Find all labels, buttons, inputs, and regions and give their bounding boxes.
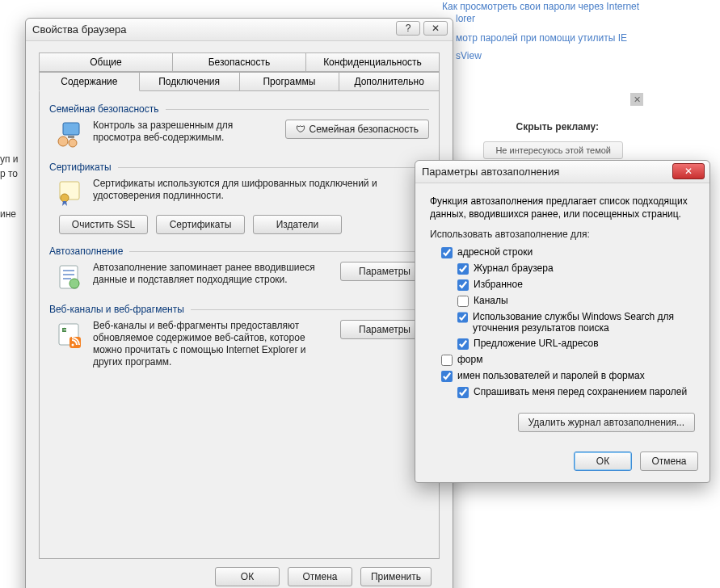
tab-privacy[interactable]: Конфиденциальность	[305, 52, 440, 72]
tab-advanced[interactable]: Дополнительно	[339, 72, 440, 91]
svg-point-13	[72, 344, 74, 346]
bg-link-1[interactable]: Как просмотреть свои пароли через Intern…	[442, 1, 639, 12]
tab-panel-content: Семейная безопасность Контроль за разреш…	[39, 90, 440, 559]
dialog-title: Свойства браузера	[32, 23, 126, 36]
checkbox-asksave[interactable]	[457, 387, 469, 398]
checkbox-label: форм	[457, 354, 482, 365]
checkbox-label: Журнал браузера	[474, 262, 554, 274]
family-safety-button[interactable]: Семейная безопасность	[285, 120, 429, 139]
use-for-label: Использовать автозаполнение для:	[430, 229, 695, 240]
checkbox-label: Каналы	[474, 295, 508, 306]
chk-row-winsearch: Использование службы Windows Search для …	[457, 311, 695, 334]
checkbox-channels[interactable]	[457, 296, 469, 307]
delete-autofill-history-button[interactable]: Удалить журнал автозаполнения...	[518, 413, 695, 432]
tab-programs[interactable]: Программы	[239, 72, 340, 91]
bg-frag-1: уп и	[0, 153, 19, 165]
autofill-icon	[54, 262, 85, 292]
checkbox-urlsuggest[interactable]	[457, 338, 469, 350]
clear-ssl-button[interactable]: Очистить SSL	[59, 215, 148, 234]
svg-rect-0	[63, 123, 79, 135]
cancel-button[interactable]: Отмена	[640, 452, 698, 471]
checkbox-label: Использование службы Windows Search для …	[473, 311, 695, 334]
group-header: Сертификаты	[49, 162, 112, 173]
feeds-desc: Веб-каналы и веб-фрагменты предоставляют…	[93, 320, 332, 368]
group-autofill: Автозаполнение Автозаполнение запоми	[49, 246, 429, 292]
group-header: Веб-каналы и веб-фрагменты	[49, 304, 184, 315]
chk-row-userpass: имен пользователей и паролей в формах	[441, 370, 695, 382]
certificates-desc: Сертификаты используются для шифрованных…	[93, 178, 429, 202]
chk-row-history: Журнал браузера	[457, 262, 695, 275]
chk-row-urlsuggest: Предложение URL-адресов	[457, 338, 695, 350]
chk-row-asksave: Спрашивать меня перед сохранением пароле…	[457, 386, 695, 398]
close-button[interactable]: ✕	[423, 21, 448, 36]
chk-row-channels: Каналы	[457, 295, 695, 307]
checkbox-label: имен пользователей и паролей в формах	[457, 370, 645, 381]
checkbox-addressbar[interactable]	[441, 247, 453, 258]
group-header: Семейная безопасность	[49, 103, 159, 115]
autofill-params-dialog: Параметры автозаполнения ✕ Функция автоз…	[415, 160, 710, 483]
chk-row-favorites: Избранное	[457, 279, 695, 291]
ad-not-interested-button[interactable]: Не интересуюсь этой темой	[483, 141, 623, 159]
dialog-title: Параметры автозаполнения	[422, 166, 559, 178]
checkbox-label: адресной строки	[457, 246, 533, 258]
bg-link-2[interactable]: мотр паролей при помощи утилиты IE	[456, 32, 627, 44]
svg-point-3	[69, 139, 77, 147]
svg-point-2	[58, 136, 68, 146]
group-certificates: Сертификаты Сертификаты используются для…	[49, 162, 429, 234]
family-safety-desc: Контроль за разрешенным для просмотра ве…	[93, 120, 277, 144]
autofill-intro: Функция автозаполнения предлагает список…	[430, 195, 695, 220]
checkbox-history[interactable]	[457, 263, 469, 275]
checkbox-userpass[interactable]	[441, 371, 453, 382]
ok-button[interactable]: ОК	[215, 567, 280, 586]
tab-security[interactable]: Безопасность	[172, 52, 306, 72]
bg-frag-3: ине	[0, 208, 16, 220]
svg-rect-1	[68, 136, 74, 138]
tab-connections[interactable]: Подключения	[139, 72, 240, 91]
help-button[interactable]: ?	[396, 21, 420, 36]
tab-content[interactable]: Содержание	[39, 72, 140, 91]
checkbox-label: Спрашивать меня перед сохранением пароле…	[474, 386, 687, 397]
chk-row-addressbar: адресной строки	[441, 246, 695, 258]
dialog-titlebar: Свойства браузера ? ✕	[26, 19, 453, 41]
bg-link-1b[interactable]: lorer	[456, 13, 475, 24]
apply-button[interactable]: Применить	[360, 567, 432, 586]
checkbox-favorites[interactable]	[457, 279, 469, 291]
certificates-button[interactable]: Сертификаты	[156, 215, 245, 234]
publishers-button[interactable]: Издатели	[253, 215, 342, 234]
group-header: Автозаполнение	[49, 246, 123, 257]
checkbox-winsearch[interactable]	[457, 312, 468, 323]
bg-frag-2: р то	[0, 168, 18, 179]
cancel-button[interactable]: Отмена	[288, 567, 352, 586]
ad-hide-label: Скрыть рекламу:	[516, 121, 599, 132]
rss-icon	[54, 320, 85, 351]
checkbox-label: Предложение URL-адресов	[474, 338, 599, 349]
certificate-icon	[54, 178, 85, 208]
svg-point-5	[61, 194, 69, 202]
ad-close-button[interactable]: ✕	[630, 93, 643, 106]
svg-point-10	[69, 279, 79, 288]
ok-button[interactable]: ОК	[574, 452, 632, 471]
autofill-desc: Автозаполнение запоминает ранее вводивши…	[93, 262, 332, 286]
group-feeds: Веб-каналы и веб-фрагменты	[49, 304, 429, 368]
dialog-titlebar: Параметры автозаполнения ✕	[415, 161, 709, 183]
group-family-safety: Семейная безопасность Контроль за разреш…	[49, 103, 429, 150]
checkbox-label: Избранное	[474, 279, 523, 290]
tab-general[interactable]: Общие	[39, 52, 173, 72]
chk-row-forms: форм	[441, 354, 695, 366]
bg-link-2b[interactable]: sView	[456, 50, 482, 61]
family-safety-icon	[54, 120, 85, 150]
checkbox-forms[interactable]	[441, 355, 453, 366]
close-button[interactable]: ✕	[672, 163, 705, 179]
internet-options-dialog: Свойства браузера ? ✕ Общие Безопасность…	[25, 18, 453, 588]
